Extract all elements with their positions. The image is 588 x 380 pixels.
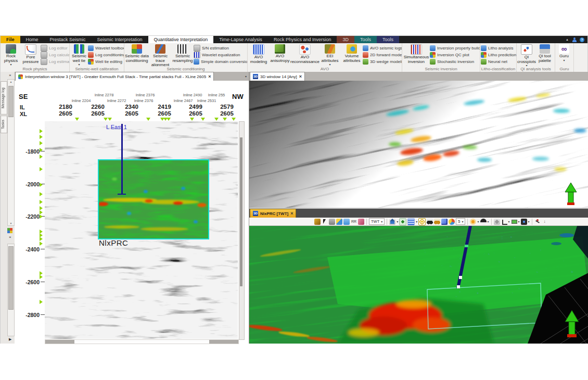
user-account-icon[interactable] — [572, 37, 577, 42]
tab-tools-2[interactable]: Tools — [377, 36, 399, 43]
tab-3d[interactable]: 3D — [337, 36, 354, 43]
avo-reconnaissance-button[interactable]: AVO reconnaissance — [291, 44, 319, 64]
pin-toolbar-icon[interactable]: ↓ — [542, 219, 548, 225]
collapse-ribbon-icon[interactable]: ▲ — [566, 38, 569, 41]
eei-attributes-button[interactable]: EEI attributes ▾ — [319, 44, 341, 66]
neural-net-button[interactable]: Neural net — [481, 58, 516, 65]
avo-modeling-button[interactable]: AVO modeling — [248, 44, 269, 64]
wavelet-toolbox-button[interactable]: Wavelet toolbox — [88, 45, 124, 51]
litho-prediction-button[interactable]: Litho prediction — [481, 52, 516, 58]
pore-pressure-button[interactable]: Pore pressure — [21, 44, 41, 64]
home-view-icon[interactable] — [389, 219, 395, 225]
sn-estimation-button[interactable]: S/N estimation — [194, 45, 247, 51]
pie-display-icon[interactable] — [449, 219, 455, 225]
simultaneous-inversion-button[interactable]: Simultaneous inversion — [403, 44, 430, 64]
close-icon[interactable]: × — [208, 74, 211, 79]
close-icon[interactable]: × — [290, 211, 293, 216]
binoculars-gold-icon[interactable] — [434, 219, 440, 225]
well-path[interactable] — [121, 124, 123, 195]
dock-scrollbar-2[interactable] — [7, 244, 15, 336]
eraser-tool-icon[interactable] — [358, 219, 364, 225]
interp-horizontal-scrollbar[interactable] — [45, 339, 239, 344]
tab-rock-physics-inversion[interactable]: Rock Physics and Inversion — [268, 36, 337, 43]
interp-vertical-scrollbar[interactable] — [239, 121, 245, 340]
layers-icon[interactable] — [336, 219, 342, 225]
tab-file[interactable]: File — [1, 36, 20, 43]
close-icon[interactable]: × — [9, 235, 11, 239]
tab-tools-1[interactable]: Tools — [354, 36, 377, 43]
edit-tool-icon[interactable] — [329, 219, 335, 225]
inversion-property-builder-button[interactable]: Inversion property builder — [430, 45, 480, 51]
well-tie-editing-button[interactable]: Well tie editing — [88, 58, 124, 65]
tab-quantitative-interpretation[interactable]: Quantitative Interpretation — [148, 36, 214, 43]
log-conditioning-button[interactable]: Log conditioning — [88, 52, 124, 58]
attribute-overlay-inset[interactable] — [98, 159, 209, 239]
display-settings-icon[interactable] — [511, 219, 517, 225]
scroll-down-icon[interactable]: ▼ — [8, 222, 14, 225]
dock-tab-tasks[interactable]: Tasks — [1, 116, 7, 133]
binoculars-icon[interactable] — [427, 219, 433, 225]
nlx-3d-view[interactable] — [249, 226, 588, 344]
w3d-window-tab[interactable]: 3D 3D window 14 [Any] × — [250, 72, 305, 81]
scrollbar-thumb[interactable] — [45, 340, 74, 344]
litho-analysis-button[interactable]: Litho analysis — [481, 45, 516, 51]
scrollbar-thumb[interactable] — [8, 86, 14, 117]
grid-view-icon[interactable] — [407, 218, 415, 225]
nlx-window-tab[interactable]: 3D NlxPRC [TWT] × — [250, 209, 296, 218]
tab-prestack-seismic[interactable]: Prestack Seismic — [44, 36, 92, 43]
xl-value: 2605 — [215, 110, 238, 117]
2d-forward-modeling-button[interactable]: 2D forward modeling — [363, 52, 402, 58]
threed-seismic-view[interactable] — [249, 81, 588, 208]
visibility-icon[interactable] — [399, 218, 406, 225]
scrollbar-thumb[interactable] — [240, 137, 242, 286]
cube-view-icon[interactable] — [441, 219, 448, 225]
folder-icon[interactable] — [343, 219, 350, 225]
scrollbar-thumb[interactable] — [8, 246, 14, 310]
lighting-icon[interactable] — [470, 219, 476, 225]
guru-button[interactable]: ∞ Guru ▾ — [556, 44, 572, 62]
3d-wedge-modeling-button[interactable]: 3D wedge modeling — [363, 58, 402, 65]
birdview-icon[interactable] — [480, 219, 487, 225]
scroll-up-icon[interactable]: ▲ — [8, 80, 14, 83]
qi-crossplots-button[interactable]: QI crossplots ▾ — [517, 44, 536, 66]
rock-physics-button[interactable]: Rock physics ▾ — [1, 44, 21, 66]
measure-tool-icon[interactable] — [501, 219, 507, 225]
qi-tool-palette-button[interactable]: QI tool palette — [536, 44, 554, 63]
annotation-tool-icon[interactable]: RR — [351, 219, 357, 225]
tab-list-caret-icon[interactable]: ▾ — [245, 75, 247, 78]
seismic-well-tie-button[interactable]: Seismic well tie ▾ — [70, 44, 88, 66]
compass-diamond-icon[interactable] — [494, 219, 500, 225]
seismic-resampling-button[interactable]: Seismic resampling — [172, 44, 194, 63]
dock-tab-message-log[interactable]: Message log — [1, 81, 7, 115]
stochastic-inversion-button[interactable]: Stochastic inversion — [430, 58, 480, 65]
tab-home[interactable]: Home — [20, 36, 44, 43]
window-layout-icon[interactable] — [7, 228, 12, 233]
tab-seismic-interpretation[interactable]: Seismic Interpretation — [92, 36, 148, 43]
domain-dropdown[interactable]: TWT▾ — [369, 218, 385, 225]
log-estimator-button[interactable]: Log estimator — [41, 58, 69, 65]
log-editor-button[interactable]: Log editor — [41, 45, 69, 51]
log-calculator-button[interactable]: Log calculator — [41, 52, 69, 58]
help-icon[interactable]: ? — [580, 37, 584, 42]
volume-attributes-button[interactable]: Volume attributes — [341, 44, 363, 63]
scrollbar-thumb[interactable] — [209, 340, 238, 344]
select-pointer-icon[interactable] — [322, 219, 328, 225]
avo-seismic-logs-button[interactable]: AVO seismic logs — [363, 45, 402, 51]
tab-time-lapse-analysis[interactable]: Time-Lapse Analysis — [213, 36, 268, 43]
close-icon[interactable]: × — [9, 73, 11, 78]
count-dropdown[interactable]: 5▾ — [456, 218, 465, 225]
inversion-qc-plot-button[interactable]: Inversion QC plot — [430, 52, 480, 58]
expand-right-icon[interactable]: ▶ — [9, 337, 11, 341]
interp-window-tab[interactable]: Interpretation window 3 [TWT] - Greater … — [15, 72, 214, 81]
wavelet-equalization-button[interactable]: Wavelet equalization — [194, 52, 247, 58]
dock-scrollbar[interactable]: ▲ ▼ — [7, 79, 15, 226]
seismic-trace-alignment-button[interactable]: Seismic trace alignment — [149, 44, 172, 66]
player-icon[interactable] — [534, 219, 541, 225]
snapshot-icon[interactable] — [521, 219, 527, 225]
target-view-icon[interactable] — [418, 218, 426, 225]
paint-tool-icon[interactable] — [314, 219, 321, 225]
close-icon[interactable]: × — [299, 74, 302, 79]
simple-domain-conversion-button[interactable]: Simple domain conversion — [194, 58, 247, 65]
seismic-data-conditioning-button[interactable]: Seismic data conditioning — [125, 44, 149, 63]
avo-anisotropy-button[interactable]: AVO anisotropy — [269, 44, 291, 63]
